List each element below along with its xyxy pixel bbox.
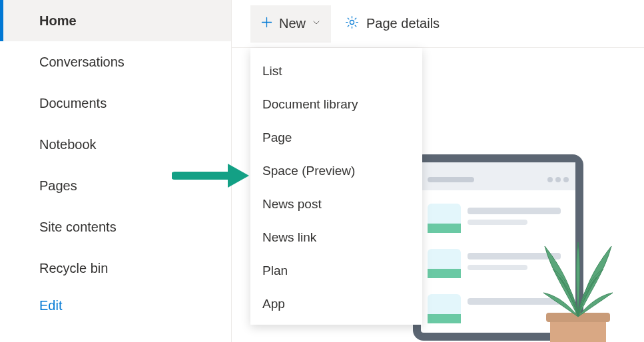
- sidebar-item-home[interactable]: Home: [0, 0, 231, 41]
- svg-rect-10: [468, 208, 561, 214]
- sidebar-item-notebook[interactable]: Notebook: [0, 124, 231, 165]
- svg-point-0: [350, 20, 354, 24]
- illustration-plant: [519, 238, 633, 342]
- sidebar-item-documents[interactable]: Documents: [0, 83, 231, 124]
- dropdown-item-document-library[interactable]: Document library: [250, 88, 422, 121]
- svg-rect-15: [468, 265, 527, 270]
- sidebar-item-label: Site contents: [39, 220, 117, 235]
- dropdown-label: Space (Preview): [262, 164, 355, 178]
- sidebar-item-recycle-bin[interactable]: Recycle bin: [0, 248, 231, 289]
- sidebar-item-label: Conversations: [39, 55, 125, 70]
- plus-icon: [260, 15, 274, 33]
- dropdown-label: News post: [262, 197, 322, 211]
- sidebar-item-pages[interactable]: Pages: [0, 165, 231, 206]
- sidebar-item-label: Pages: [39, 178, 77, 194]
- dropdown-item-plan[interactable]: Plan: [250, 254, 422, 287]
- gear-icon: [344, 15, 360, 33]
- sidebar-item-conversations[interactable]: Conversations: [0, 41, 231, 83]
- svg-rect-13: [428, 269, 461, 278]
- page-details-label: Page details: [366, 16, 440, 31]
- sidebar: Home Conversations Documents Notebook Pa…: [0, 0, 232, 342]
- dropdown-label: Plan: [262, 263, 288, 277]
- svg-point-5: [547, 177, 553, 182]
- sidebar-item-label: Edit: [39, 298, 62, 313]
- sidebar-item-label: Documents: [39, 96, 107, 111]
- sidebar-edit-link[interactable]: Edit: [0, 289, 231, 322]
- svg-rect-9: [428, 224, 461, 233]
- svg-rect-11: [468, 220, 527, 225]
- dropdown-label: Page: [262, 130, 292, 144]
- sidebar-item-site-contents[interactable]: Site contents: [0, 206, 231, 248]
- dropdown-item-news-post[interactable]: News post: [250, 188, 422, 221]
- dropdown-label: Document library: [262, 97, 358, 111]
- dropdown-item-space-preview[interactable]: Space (Preview): [250, 154, 422, 188]
- dropdown-item-page[interactable]: Page: [250, 121, 422, 154]
- dropdown-item-app[interactable]: App: [250, 287, 422, 321]
- svg-point-6: [555, 177, 561, 182]
- svg-rect-17: [428, 314, 461, 323]
- page-details-button[interactable]: Page details: [344, 15, 440, 33]
- sidebar-item-label: Recycle bin: [39, 261, 108, 276]
- new-dropdown-menu: List Document library Page Space (Previe…: [250, 48, 422, 325]
- dropdown-label: List: [262, 64, 282, 78]
- svg-rect-3: [421, 162, 575, 190]
- dropdown-item-list[interactable]: List: [250, 55, 422, 88]
- chevron-down-icon: [311, 16, 322, 31]
- svg-point-7: [563, 177, 569, 182]
- sidebar-item-label: Notebook: [39, 137, 97, 152]
- new-button[interactable]: New: [250, 5, 331, 43]
- dropdown-label: App: [262, 297, 285, 311]
- dropdown-label: News link: [262, 230, 316, 244]
- new-button-label: New: [279, 16, 306, 31]
- sidebar-item-label: Home: [39, 13, 77, 29]
- dropdown-item-news-link[interactable]: News link: [250, 221, 422, 254]
- svg-rect-4: [428, 177, 474, 182]
- toolbar: New Page details: [232, 0, 644, 48]
